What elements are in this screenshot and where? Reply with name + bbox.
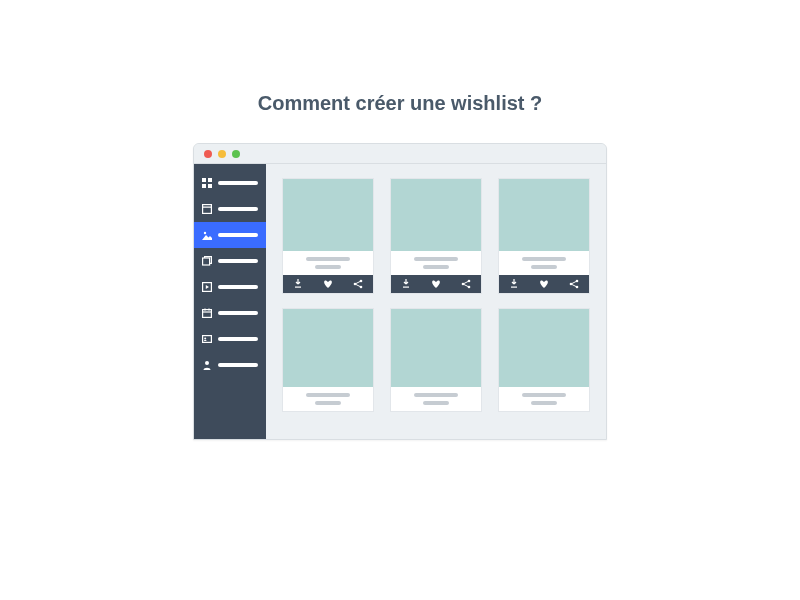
maximize-icon[interactable] <box>232 150 240 158</box>
sidebar-item-gallery[interactable] <box>194 248 266 274</box>
share-button[interactable] <box>569 279 579 289</box>
close-icon[interactable] <box>204 150 212 158</box>
browser-window <box>193 143 607 440</box>
sidebar-item-panel[interactable] <box>194 196 266 222</box>
sidebar-item-id-card[interactable] <box>194 326 266 352</box>
gallery-icon <box>202 256 212 266</box>
asset-meta <box>391 251 481 275</box>
asset-actions <box>283 275 373 293</box>
sidebar-item-calendar[interactable] <box>194 300 266 326</box>
asset-card[interactable] <box>498 178 590 294</box>
sidebar-item-label <box>218 363 258 367</box>
sidebar <box>194 164 266 439</box>
asset-thumbnail <box>283 179 373 251</box>
user-icon <box>202 360 212 370</box>
sidebar-item-play[interactable] <box>194 274 266 300</box>
asset-card[interactable] <box>390 308 482 412</box>
asset-meta <box>499 387 589 411</box>
favorite-button[interactable] <box>323 279 333 289</box>
asset-actions <box>499 275 589 293</box>
sidebar-item-label <box>218 233 258 237</box>
sidebar-item-user[interactable] <box>194 352 266 378</box>
window-titlebar <box>194 144 606 164</box>
asset-thumbnail <box>499 309 589 387</box>
favorite-button[interactable] <box>539 279 549 289</box>
asset-actions <box>391 275 481 293</box>
svg-point-15 <box>205 361 209 365</box>
svg-rect-13 <box>203 336 212 343</box>
sidebar-item-label <box>218 285 258 289</box>
svg-rect-9 <box>203 310 212 318</box>
svg-rect-4 <box>203 205 212 214</box>
svg-point-6 <box>204 232 206 234</box>
minimize-icon[interactable] <box>218 150 226 158</box>
panel-icon <box>202 204 212 214</box>
asset-thumbnail <box>283 309 373 387</box>
sidebar-item-label <box>218 337 258 341</box>
svg-rect-1 <box>208 178 212 182</box>
image-icon <box>202 230 212 240</box>
page-title: Comment créer une wishlist ? <box>258 92 543 115</box>
play-icon <box>202 282 212 292</box>
sidebar-item-label <box>218 207 258 211</box>
asset-thumbnail <box>391 309 481 387</box>
asset-card[interactable] <box>498 308 590 412</box>
svg-rect-20 <box>403 287 409 288</box>
download-button[interactable] <box>509 279 519 289</box>
window-body <box>194 164 606 439</box>
sidebar-item-label <box>218 181 258 185</box>
svg-rect-3 <box>208 184 212 188</box>
download-button[interactable] <box>293 279 303 289</box>
svg-point-14 <box>204 337 206 339</box>
sidebar-item-label <box>218 259 258 263</box>
asset-card[interactable] <box>282 308 374 412</box>
card-grid <box>266 164 606 439</box>
grid-icon <box>202 178 212 188</box>
asset-card[interactable] <box>390 178 482 294</box>
asset-thumbnail <box>499 179 589 251</box>
svg-rect-7 <box>203 258 210 265</box>
svg-rect-0 <box>202 178 206 182</box>
sidebar-item-label <box>218 311 258 315</box>
asset-meta <box>391 387 481 411</box>
download-button[interactable] <box>401 279 411 289</box>
svg-rect-16 <box>295 287 301 288</box>
id-card-icon <box>202 334 212 344</box>
sidebar-item-grid[interactable] <box>194 170 266 196</box>
sidebar-item-image[interactable] <box>194 222 266 248</box>
svg-rect-2 <box>202 184 206 188</box>
asset-meta <box>499 251 589 275</box>
asset-meta <box>283 387 373 411</box>
svg-rect-24 <box>511 287 517 288</box>
share-button[interactable] <box>461 279 471 289</box>
share-button[interactable] <box>353 279 363 289</box>
asset-thumbnail <box>391 179 481 251</box>
asset-meta <box>283 251 373 275</box>
calendar-icon <box>202 308 212 318</box>
favorite-button[interactable] <box>431 279 441 289</box>
asset-card[interactable] <box>282 178 374 294</box>
